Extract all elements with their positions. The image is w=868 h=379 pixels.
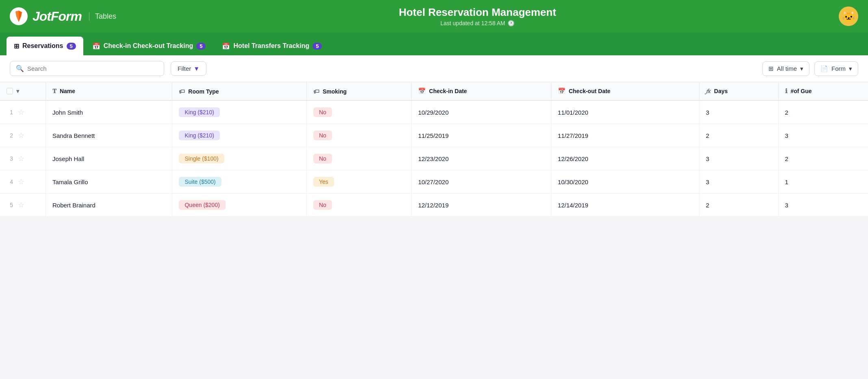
alltime-label: All time [777,65,797,72]
logo-text: JotForm [33,9,82,24]
cell-smoking: No [307,194,412,217]
search-input[interactable] [27,65,158,72]
th-checkout-date: 📅 Check-out Date [551,82,699,100]
th-smoking: 🏷 Smoking [307,82,412,100]
select-all-checkbox[interactable] [7,88,13,94]
filter-button[interactable]: Filter ▼ [171,61,206,76]
logo-area: JotForm Tables [10,7,116,25]
cell-room-type: Queen ($200) [172,194,307,217]
tab-reservations[interactable]: ⊞ Reservations 5 [7,37,83,55]
tab-transfers-badge: 5 [312,43,322,50]
cell-name: Sandra Bennett [46,124,172,147]
cell-days: 3 [699,170,778,194]
checkout-cal-icon: 📅 [558,87,566,94]
form-chevron: ▾ [849,65,852,72]
toolbar-right: ⊞ All time ▾ 📄 Form ▾ [762,61,858,76]
avatar[interactable]: 🐱 [839,7,858,26]
smoking-badge: No [313,107,332,117]
th-name: 𝐓 Name [46,82,172,100]
select-chevron-icon[interactable]: ▾ [16,88,19,94]
smoking-badge: No [313,154,332,163]
cell-guests: 2 [778,100,868,124]
row-number: 5 [7,202,15,208]
table-row: 4 ☆ Tamala Grillo Suite ($500) Yes 10/27… [0,170,868,194]
cell-checkout: 11/01/2020 [551,100,699,124]
room-type-badge: Queen ($200) [179,200,225,210]
row-meta-cell: 5 ☆ [0,194,46,217]
checkin-cal-icon: 📅 [418,87,426,94]
days-fx-icon: 𝑓x [706,87,711,94]
table-header-row: ▾ 𝐓 Name 🏷 Room Type 🏷 Smoking 📅 [0,82,868,100]
tab-checkin-label: Check-in Check-out Tracking [104,42,193,50]
table-body: 1 ☆ John Smith King ($210) No 10/29/2020… [0,100,868,217]
th-room-type: 🏷 Room Type [172,82,307,100]
cell-checkout: 12/26/2020 [551,147,699,170]
cell-checkin: 11/25/2019 [411,124,551,147]
cell-smoking: No [307,124,412,147]
th-days: 𝑓x Days [699,82,778,100]
smoking-tag-icon: 🏷 [313,88,319,95]
header-center: Hotel Reservation Management Last update… [116,6,839,26]
cell-guests: 1 [778,170,868,194]
table-row: 3 ☆ Joseph Hall Single ($100) No 12/23/2… [0,147,868,170]
cell-checkout: 12/14/2019 [551,194,699,217]
cell-checkin: 10/27/2020 [411,170,551,194]
favorite-star-icon[interactable]: ☆ [18,131,24,140]
name-type-icon: 𝐓 [52,87,56,94]
room-type-badge: Single ($100) [179,154,224,163]
tab-reservations-icon: ⊞ [14,42,19,50]
cell-room-type: King ($210) [172,100,307,124]
form-dropdown[interactable]: 📄 Form ▾ [814,61,858,76]
filter-label: Filter [178,65,191,72]
tab-hotel-transfers[interactable]: 📅 Hotel Transfers Tracking 5 [215,37,329,55]
room-type-badge: Suite ($500) [179,177,221,187]
room-type-badge: King ($210) [179,107,219,117]
form-doc-icon: 📄 [820,65,828,72]
cell-checkin: 12/12/2019 [411,194,551,217]
tabs-bar: ⊞ Reservations 5 📅 Check-in Check-out Tr… [0,33,868,55]
last-updated: Last updated at 12:58 AM 🕐 [116,20,839,26]
row-meta-cell: 1 ☆ [0,100,46,124]
row-number: 3 [7,155,15,162]
tables-label: Tables [89,12,116,21]
tab-checkin-checkout[interactable]: 📅 Check-in Check-out Tracking 5 [85,37,213,55]
cell-days: 3 [699,147,778,170]
favorite-star-icon[interactable]: ☆ [18,108,24,117]
alltime-chevron: ▾ [800,65,803,72]
reservations-table: ▾ 𝐓 Name 🏷 Room Type 🏷 Smoking 📅 [0,82,868,217]
cell-room-type: King ($210) [172,124,307,147]
cell-smoking: No [307,100,412,124]
favorite-star-icon[interactable]: ☆ [18,200,24,209]
search-box[interactable]: 🔍 [10,61,164,76]
app-header: JotForm Tables Hotel Reservation Managem… [0,0,868,33]
favorite-star-icon[interactable]: ☆ [18,154,24,163]
table-row: 2 ☆ Sandra Bennett King ($210) No 11/25/… [0,124,868,147]
th-checkin-date: 📅 Check-in Date [411,82,551,100]
form-label: Form [831,65,846,72]
room-type-badge: King ($210) [179,131,219,140]
tab-checkin-icon: 📅 [92,42,100,50]
tab-transfers-icon: 📅 [222,42,230,50]
table-row: 1 ☆ John Smith King ($210) No 10/29/2020… [0,100,868,124]
cell-smoking: Yes [307,170,412,194]
favorite-star-icon[interactable]: ☆ [18,177,24,186]
cell-smoking: No [307,147,412,170]
cell-checkout: 10/30/2020 [551,170,699,194]
roomtype-tag-icon: 🏷 [179,88,185,95]
filter-icon: ▼ [193,65,200,72]
cell-guests: 3 [778,124,868,147]
cell-room-type: Suite ($500) [172,170,307,194]
guests-info-icon: ℹ [785,87,788,94]
row-number: 4 [7,179,15,185]
th-select: ▾ [0,82,46,100]
clock-icon: 🕐 [508,20,514,26]
jotform-logo-icon [10,7,28,25]
tab-checkin-badge: 5 [196,43,206,50]
cell-name: John Smith [46,100,172,124]
smoking-badge: No [313,131,332,140]
cell-name: Joseph Hall [46,147,172,170]
data-table-wrap: ▾ 𝐓 Name 🏷 Room Type 🏷 Smoking 📅 [0,82,868,217]
alltime-dropdown[interactable]: ⊞ All time ▾ [762,61,809,76]
row-meta-cell: 3 ☆ [0,147,46,170]
smoking-badge: Yes [313,177,334,187]
